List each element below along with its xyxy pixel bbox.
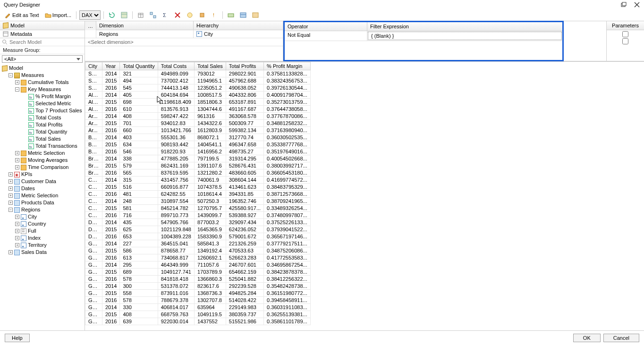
table-row[interactable]: Bro...2016565837619.5951321280.2483660.6… (85, 169, 311, 177)
svg-point-14 (187, 13, 192, 17)
table-row[interactable]: Alb...2014405604184.6941008517.5404332.8… (85, 92, 311, 99)
parameter-checkbox[interactable] (622, 38, 628, 44)
operator-cell[interactable]: Not Equal (285, 31, 367, 41)
table-row[interactable]: Bat...2016546918220.931416956.2498735.27… (85, 148, 311, 155)
measures-icon (14, 73, 20, 78)
table-row[interactable]: Syd...2014321494989.099793012298022.9010… (85, 70, 311, 77)
params-icon[interactable] (238, 11, 248, 19)
table-row[interactable]: Ces...2015516660916.8771074378.5413461.6… (85, 184, 311, 191)
column-header[interactable]: Total Sales (194, 62, 226, 70)
expand-icon[interactable]: + (15, 215, 19, 219)
table-row[interactable]: Gra...2015558873911.0161368736.3494825.2… (85, 290, 311, 297)
add-table-icon[interactable] (136, 11, 146, 19)
expand-icon[interactable]: + (8, 194, 13, 198)
ok-button[interactable]: OK (573, 334, 601, 342)
table-row[interactable]: Bro...2015579862431.1691391107.6528676.4… (85, 162, 311, 169)
table-row[interactable]: Gra...2016578788679.3781302707.8514028.4… (85, 297, 311, 304)
dimension-selector-button[interactable]: … (85, 21, 96, 30)
column-header[interactable]: Total Quantity (120, 62, 158, 70)
table-row[interactable]: Grif...2015408668759.7631049119.5380359.… (85, 311, 311, 318)
table-row[interactable]: Syd...2015494737002.4121194965.1457962.6… (85, 77, 311, 84)
expand-icon[interactable]: + (8, 201, 13, 205)
column-header[interactable]: % Profit Margin (264, 62, 311, 70)
collapse-icon[interactable]: − (8, 208, 13, 212)
table-row[interactable]: Ar...20166601013421.7661612803.9599382.1… (85, 127, 311, 134)
expand-icon[interactable]: + (15, 229, 19, 233)
table-row[interactable]: Grif...2016639922030.0141437552515521.98… (85, 318, 311, 325)
table-row[interactable]: Cof...2014248310897.554507250.3196352.74… (85, 198, 311, 205)
table-row[interactable]: Bat...2014403555301.36868072.1312770.740… (85, 134, 311, 141)
table-row[interactable]: Go...2016613734068.8171260692.1526623.28… (85, 254, 311, 261)
expand-icon[interactable]: + (15, 236, 19, 240)
collapse-icon[interactable]: − (8, 73, 13, 77)
parameter-checkbox[interactable] (622, 31, 628, 37)
delete-icon[interactable] (172, 11, 183, 19)
table-row[interactable]: Go...2016578841818.4181366860.3525041.88… (85, 276, 311, 283)
table-row[interactable]: Grif...2014330406814.017635964229149.983… (85, 304, 311, 311)
prepare-icon[interactable] (250, 11, 261, 19)
column-header[interactable]: Year (102, 62, 120, 70)
dimension-cell[interactable]: Regions (96, 30, 194, 38)
calc-measure-icon (28, 101, 34, 107)
expand-icon[interactable]: + (15, 222, 19, 226)
metadata-tab[interactable]: Metadata (0, 30, 85, 38)
table-row[interactable]: Alb...20156981198618.4091851806.3653187.… (85, 99, 311, 106)
search-input[interactable] (9, 39, 83, 45)
table-row[interactable]: Syd...2016545744413.1481235051.2490638.0… (85, 84, 311, 92)
expand-icon[interactable]: + (15, 165, 19, 169)
edit-as-text-button[interactable]: Edit as Text (3, 11, 41, 19)
table-row[interactable]: Go...20156891049127.7411703789.9654662.1… (85, 269, 311, 276)
collapse-icon[interactable]: − (15, 87, 19, 92)
table-row[interactable]: Ces...2016481624282.551018614.4394331.85… (85, 191, 311, 198)
restore-button[interactable] (620, 1, 627, 8)
table-row[interactable]: Ar...2014408598247.422961316363068.5780.… (85, 113, 311, 120)
flatten-icon[interactable] (226, 11, 236, 19)
expand-icon[interactable]: + (8, 179, 13, 184)
table-row[interactable]: Ces...2014315431457.756740061.9308604.14… (85, 177, 311, 184)
filter-expression-header: Filter Expression (367, 22, 562, 31)
warning-icon[interactable]: ! (209, 11, 220, 19)
model-tree: Model −Measures +Cumulative Totals −Key … (0, 64, 85, 330)
query-mode-select[interactable]: DAX (79, 10, 101, 20)
cancel-button[interactable]: Cancel (603, 334, 639, 342)
expand-icon[interactable]: + (15, 158, 19, 162)
table-row[interactable]: Alb...2016610813576.9131304744.6491167.6… (85, 106, 311, 113)
column-header[interactable]: City (85, 62, 102, 70)
measure-group-select[interactable]: <All> (2, 55, 83, 63)
table-row[interactable]: Bat...2015634908193.4421404541.1496347.6… (85, 141, 311, 148)
table-row[interactable]: Du...20156251021129.8481645365.9624236.0… (85, 226, 311, 233)
column-header[interactable]: Total Profits (226, 62, 263, 70)
table-row[interactable]: Go...2014227364515.041585841.3221326.259… (85, 240, 311, 247)
import-button[interactable]: Import... (43, 11, 73, 19)
table-row[interactable]: Cof...2015581845214.7821270795.7425580.9… (85, 205, 311, 212)
expand-icon[interactable]: + (15, 80, 19, 84)
table-row[interactable]: Ar...2015701934012.831434322.6500309.770… (85, 120, 311, 127)
design-toggle-icon[interactable] (119, 11, 129, 19)
table-row[interactable]: Du...2014435547905.766877003.2329097.434… (85, 219, 311, 226)
expand-icon[interactable]: + (15, 243, 19, 247)
show-aggregates-icon[interactable]: Σ (160, 11, 170, 19)
table-row[interactable]: Bro...2014338477885.205797199.5319314.29… (85, 155, 311, 162)
table-row[interactable]: Cof...2016716899710.7731439099.7539388.9… (85, 212, 311, 219)
expand-icon[interactable]: + (15, 151, 19, 155)
model-header: Model (0, 21, 85, 30)
refresh-icon[interactable] (107, 11, 117, 19)
toolbar: Edit as Text Import... DAX Σ ! (0, 9, 644, 21)
cancel-exec-icon[interactable] (197, 11, 207, 19)
table-row[interactable]: Go...2015586878658.771349192.4470533.630… (85, 247, 311, 254)
table-row[interactable]: Du...20166531004389.2281583390.9579001.6… (85, 233, 311, 240)
help-button[interactable]: Help (5, 334, 30, 342)
expand-icon[interactable]: + (8, 186, 13, 191)
close-button[interactable] (634, 1, 640, 8)
execute-icon[interactable] (185, 11, 195, 19)
auto-layout-icon[interactable] (148, 11, 158, 19)
table-row[interactable]: Go...2014295464349.999711057.6246707.601… (85, 261, 311, 269)
column-header[interactable]: Total Costs (158, 62, 194, 70)
table-row[interactable]: Gra...2014300531378.072823617.6292239.52… (85, 283, 311, 290)
expand-icon[interactable]: + (8, 172, 13, 177)
filter-expression-cell[interactable]: { (Blank) } (368, 32, 562, 40)
expand-icon[interactable]: + (8, 250, 13, 254)
hierarchy-cell[interactable]: City (194, 30, 283, 38)
select-dimension-placeholder[interactable]: <Select dimension> (85, 38, 283, 46)
calc-measure-icon (28, 129, 34, 135)
